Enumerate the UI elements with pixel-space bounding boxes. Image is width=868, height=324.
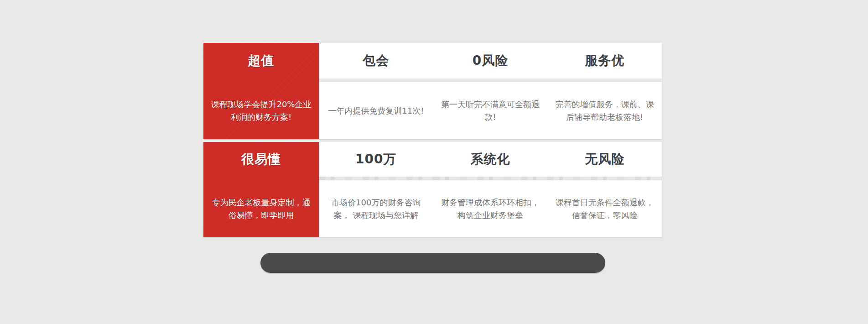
- feature-table: 超值 课程现场学会提升20%企业 利润的财务方案! 包会 一年内提供免费复训11…: [203, 43, 662, 237]
- divider: [319, 78, 433, 82]
- divider: [433, 78, 548, 82]
- feature-title: 100万: [355, 151, 396, 168]
- cell-body: 第一天听完不满意可全额退 款!: [433, 82, 548, 139]
- table-row: 很易懂 专为民企老板量身定制，通 俗易懂，即学即用 100万 市场价100万的财…: [203, 142, 662, 237]
- feature-cell: 服务优 完善的增值服务，课前、课 后辅导帮助老板落地!: [547, 43, 662, 139]
- feature-title: 服务优: [585, 52, 624, 69]
- page-background: 超值 课程现场学会提升20%企业 利润的财务方案! 包会 一年内提供免费复训11…: [0, 0, 868, 324]
- cell-body: 课程现场学会提升20%企业 利润的财务方案!: [203, 82, 319, 139]
- feature-description: 财务管理成体系环环相扣， 构筑企业财务堡垒: [435, 196, 546, 222]
- cell-header: 服务优: [547, 43, 662, 78]
- feature-cell: 100万 市场价100万的财务咨询 案， 课程现场与您详解: [319, 142, 433, 237]
- cell-body: 市场价100万的财务咨询 案， 课程现场与您详解: [319, 180, 433, 237]
- divider: [203, 177, 319, 180]
- feature-description: 市场价100万的财务咨询 案， 课程现场与您详解: [325, 196, 427, 222]
- feature-cell: 0风险 第一天听完不满意可全额退 款!: [433, 43, 548, 139]
- divider: [203, 78, 319, 82]
- divider: [547, 78, 662, 82]
- cell-header: 系统化: [433, 142, 548, 177]
- feature-title: 0风险: [473, 52, 508, 69]
- divider: [319, 177, 433, 180]
- feature-title: 无风险: [585, 151, 624, 168]
- feature-title: 包会: [363, 52, 389, 69]
- table-row: 超值 课程现场学会提升20%企业 利润的财务方案! 包会 一年内提供免费复训11…: [203, 43, 662, 139]
- highlight-title: 很易懂: [241, 151, 281, 168]
- cell-body: 一年内提供免费复训11次!: [319, 82, 433, 139]
- divider: [433, 177, 548, 180]
- divider: [547, 177, 662, 180]
- highlight-cell: 超值 课程现场学会提升20%企业 利润的财务方案!: [203, 43, 319, 139]
- feature-description: 一年内提供免费复训11次!: [322, 105, 430, 117]
- cell-body: 专为民企老板量身定制，通 俗易懂，即学即用: [203, 180, 319, 237]
- feature-cell: 无风险 课程首日无条件全额退款， 信誉保证，零风险: [547, 142, 662, 237]
- feature-title: 系统化: [471, 151, 510, 168]
- cell-header: 0风险: [433, 43, 548, 78]
- cell-header: 包会: [319, 43, 433, 78]
- cell-body: 财务管理成体系环环相扣， 构筑企业财务堡垒: [433, 180, 548, 237]
- cell-header: 无风险: [547, 142, 662, 177]
- cell-body: 课程首日无条件全额退款， 信誉保证，零风险: [547, 180, 662, 237]
- feature-description: 完善的增值服务，课前、课 后辅导帮助老板落地!: [549, 98, 660, 124]
- feature-cell: 系统化 财务管理成体系环环相扣， 构筑企业财务堡垒: [433, 142, 548, 237]
- feature-description: 课程首日无条件全额退款， 信誉保证，零风险: [549, 196, 660, 222]
- highlight-cell: 很易懂 专为民企老板量身定制，通 俗易懂，即学即用: [203, 142, 319, 237]
- feature-cell: 包会 一年内提供免费复训11次!: [319, 43, 433, 139]
- highlight-description: 课程现场学会提升20%企业 利润的财务方案!: [204, 98, 317, 124]
- cell-header: 100万: [319, 142, 433, 177]
- feature-description: 第一天听完不满意可全额退 款!: [435, 98, 546, 124]
- cell-body: 完善的增值服务，课前、课 后辅导帮助老板落地!: [547, 82, 662, 139]
- cell-header: 很易懂: [203, 142, 319, 177]
- cell-header: 超值: [203, 43, 319, 78]
- pedestal-shadow-bar: [260, 253, 605, 273]
- highlight-title: 超值: [248, 52, 275, 69]
- highlight-description: 专为民企老板量身定制，通 俗易懂，即学即用: [206, 196, 317, 222]
